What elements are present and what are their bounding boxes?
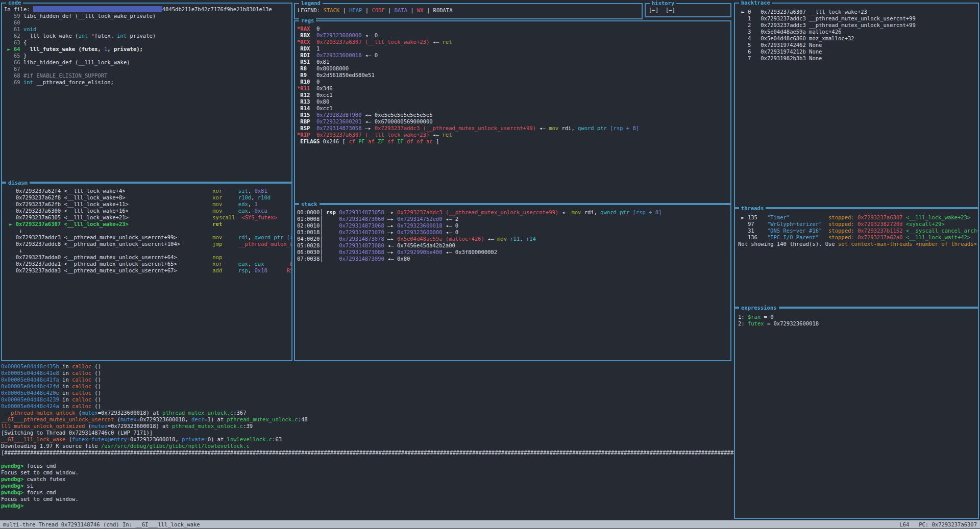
- history-back-button[interactable]: [←]: [649, 7, 658, 13]
- backtrace-panel: backtrace ► 0 0x7293237a6307 __lll_lock_…: [734, 3, 979, 208]
- terminal-line: 0x7293237a6300 <__lll_lock_wake+16> mov …: [9, 208, 291, 214]
- memory-legend: LEGEND: STACK | HEAP | CODE | DATA | WX …: [295, 4, 642, 18]
- terminal-line: ► 0x7293237a6307 <__lll_lock_wake+23> re…: [9, 221, 291, 228]
- backtrace-listing: ► 0 0x7293237a6307 __lll_lock_wake+23 1 …: [735, 4, 978, 207]
- terminal-line: pwndbg> focus cmd: [1, 463, 734, 469]
- terminal-line: ___pthread_mutex_unlock (mutex=0x7293236…: [1, 410, 734, 416]
- terminal-line: RDX 1: [297, 45, 730, 52]
- terminal-line: ► 64 lll_futex_wake (futex, 1, private);: [4, 46, 291, 53]
- terminal-line: 0x00005e04d48c424a in calloc (): [1, 403, 734, 410]
- terminal-line: 97 "WrGlyph~terizer" stopped: 0x72932382…: [738, 221, 958, 228]
- terminal-line: Focus set to cmd window.: [1, 469, 734, 476]
- threads-panel: threads ► 135 "Timer" stopped: 0x7293237…: [734, 208, 979, 308]
- terminal-line: *R11 0x346: [297, 85, 730, 92]
- terminal-line: 69 int __pthread_force_elision;: [4, 79, 291, 86]
- terminal-line: RBX 0x729323600000 ◂— 0: [297, 32, 730, 39]
- terminal-line: 0x7293237a62f4 <__lll_lock_wake+4> xor s…: [9, 188, 291, 194]
- terminal-line: 0x7293237adda1 <__pthread_mutex_unlock_u…: [9, 261, 291, 267]
- terminal-line: 6 0x72931974212b None: [738, 48, 978, 55]
- terminal-line: Downloading 1.97 K source file /usr/src/…: [1, 443, 734, 449]
- terminal-line: pwndbg>: [1, 502, 734, 509]
- terminal-line: 06:0030│ 0x729314873088 —▸ 0x7292990be40…: [297, 249, 730, 256]
- terminal-line: __GI___lll_lock_wake (futex=futex@entry=…: [1, 436, 734, 443]
- terminal-line: 0x7293237a62fb <__lll_lock_wake+11> mov …: [9, 201, 291, 208]
- history-forward-button[interactable]: [→]: [666, 7, 675, 13]
- terminal-line: __GI___pthread_mutex_unlock_usercnt (mut…: [1, 416, 734, 423]
- terminal-line: ↓: [9, 247, 291, 254]
- terminal-line: 0x7293237adda0 <__pthread_mutex_unlock_u…: [9, 254, 291, 261]
- terminal-line: 66 libc_hidden_def (__lll_lock_wake): [4, 59, 291, 66]
- pwndbg-terminal: code In file: 4845db211e7b42c7176f9be21b…: [0, 0, 980, 529]
- terminal-line: In file: 4845db211e7b42c7176f9be21b8301e…: [4, 6, 291, 13]
- terminal-line: RDI 0x729323600018 ◂— 0: [297, 52, 730, 59]
- terminal-line: 0x00005e04d48c420e in calloc (): [1, 390, 734, 396]
- terminal-line: ► 0 0x7293237a6307 __lll_lock_wake+23: [738, 9, 978, 15]
- terminal-line: 7 0x72931982b3b3 None: [738, 55, 978, 62]
- terminal-line: 0x00005e04d48c4239 in calloc (): [1, 396, 734, 403]
- terminal-line: RBP 0x729323600201 ◂— 0x6700000569000000: [297, 118, 730, 125]
- history-panel: history [←] [→]: [645, 3, 731, 17]
- terminal-line: 63 {: [4, 39, 291, 46]
- terminal-line: LEGEND: STACK | HEAP | CODE | DATA | WX …: [298, 7, 642, 14]
- terminal-line: 60: [4, 19, 291, 26]
- terminal-line: pwndbg> si: [1, 483, 734, 489]
- terminal-line: pwndbg> cwatch futex: [1, 476, 734, 483]
- terminal-line: 0x7293237addc3 <__pthread_mutex_unlock_u…: [9, 234, 291, 241]
- terminal-line: 0x00005e04d48c41fa in calloc (): [1, 376, 734, 383]
- terminal-line: ► 135 "Timer" stopped: 0x7293237a6307 <_…: [738, 214, 958, 221]
- legend-panel: legend LEGEND: STACK | HEAP | CODE | DAT…: [294, 3, 643, 19]
- status-bar-right: L64 PC: 0x7293237a6307: [899, 520, 977, 528]
- terminal-line: 5 0x729319742462 None: [738, 42, 978, 48]
- terminal-line: 4 0x5e04d48c6860 moz_xmalloc+32: [738, 35, 978, 42]
- terminal-line: 02:0010│ 0x729314873068 —▸ 0x72932360001…: [297, 222, 730, 229]
- terminal-line: 0x00005e04d48c435b in calloc (): [1, 363, 734, 370]
- terminal-line: *RIP 0x7293237a6307 (__lll_lock_wake+23)…: [297, 132, 730, 138]
- registers-listing: *RAX 0 RBX 0x729323600000 ◂— 0*RCX 0x729…: [295, 21, 730, 203]
- terminal-line: *RAX 0: [297, 26, 730, 32]
- terminal-line: 61 void: [4, 26, 291, 33]
- terminal-line: 0x7293237adda3 <__pthread_mutex_unlock_u…: [9, 267, 291, 274]
- terminal-line: Not showing 140 thread(s). Use set conte…: [738, 241, 958, 247]
- terminal-line: 0x00005e04d48c41e8 in calloc (): [1, 370, 734, 376]
- terminal-line: [1, 456, 734, 463]
- terminal-line: R12 0xcc1: [297, 92, 730, 98]
- terminal-line: 0x7293237a62f8 <__lll_lock_wake+8> xor r…: [9, 194, 291, 201]
- terminal-line: ↓: [9, 228, 291, 234]
- terminal-line: 65 }: [4, 53, 291, 59]
- history-panel-title: history: [650, 0, 676, 7]
- terminal-line: EFLAGS 0x246 [ cf PF af ZF sf IF df of a…: [297, 138, 730, 145]
- status-bar-left: multi-thre Thread 0x7293148746 (cmd) In:…: [3, 520, 200, 528]
- stack-panel: stack 00:0000│ rsp 0x729314873058 —▸ 0x7…: [294, 204, 731, 361]
- terminal-line: R13 0x80: [297, 98, 730, 105]
- terminal-line: 0x7293237addc8 <__pthread_mutex_unlock_u…: [9, 241, 291, 247]
- code-panel: code In file: 4845db211e7b42c7176f9be21b…: [1, 3, 292, 183]
- source-code-listing: In file: 4845db211e7b42c7176f9be21b8301e…: [2, 4, 291, 182]
- terminal-line: 04:0020│ 0x729314873078 —▸ 0x5e04d48ae59…: [297, 236, 730, 242]
- terminal-line: [#######################################…: [1, 449, 734, 456]
- terminal-line: R8 0x80008000: [297, 65, 730, 72]
- terminal-line: 00:0000│ rsp 0x729314873058 —▸ 0x7293237…: [297, 209, 730, 216]
- terminal-line: 68 #if ENABLE_ELISION_SUPPORT: [4, 72, 291, 79]
- terminal-line: 3 0x5e04d48ae59a malloc+426: [738, 29, 978, 35]
- terminal-line: *RCX 0x7293237a6307 (__lll_lock_wake+23)…: [297, 39, 730, 45]
- terminal-line: [Switching to Thread 0x7293148746c0 (LWP…: [1, 430, 734, 436]
- terminal-line: 07:0038│ 0x729314873090 ◂— 0x80: [297, 256, 730, 262]
- stack-listing: 00:0000│ rsp 0x729314873058 —▸ 0x7293237…: [295, 205, 730, 360]
- command-console[interactable]: 0x00005e04d48c435b in calloc ()0x00005e0…: [1, 363, 734, 519]
- disassembly-listing: 0x7293237a62f4 <__lll_lock_wake+4> xor s…: [2, 184, 291, 360]
- expressions-listing: 1: $rax = 02: futex = 0x729323600018: [735, 309, 978, 518]
- terminal-line: 62 __lll_lock_wake (int *futex, int priv…: [4, 33, 291, 39]
- terminal-line: 59 libc_hidden_def (__lll_lock_wake_priv…: [4, 13, 291, 19]
- registers-panel: regs *RAX 0 RBX 0x729323600000 ◂— 0*RCX …: [294, 20, 731, 204]
- terminal-line: 67: [4, 66, 291, 72]
- terminal-line: 1: $rax = 0: [738, 314, 978, 320]
- terminal-line: R14 0xcc1: [297, 105, 730, 112]
- threads-listing: ► 135 "Timer" stopped: 0x7293237a6307 <_…: [735, 209, 978, 307]
- terminal-line: R9 0x2d561850ed580e51: [297, 72, 730, 79]
- terminal-line: 0x7293237a6305 <__lll_lock_wake+21> sysc…: [9, 214, 291, 221]
- terminal-line: 2: futex = 0x729323600018: [738, 320, 978, 327]
- expressions-panel: expressions 1: $rax = 02: futex = 0x7293…: [734, 308, 979, 519]
- terminal-line: R10 0: [297, 79, 730, 85]
- terminal-line: R15 0x729282d8f900 ◂— 0xe5e5e5e5e5e5e5e5: [297, 112, 730, 118]
- terminal-line: 31 "DNS Res~ver #16" stopped: 0x7293237b…: [738, 228, 958, 234]
